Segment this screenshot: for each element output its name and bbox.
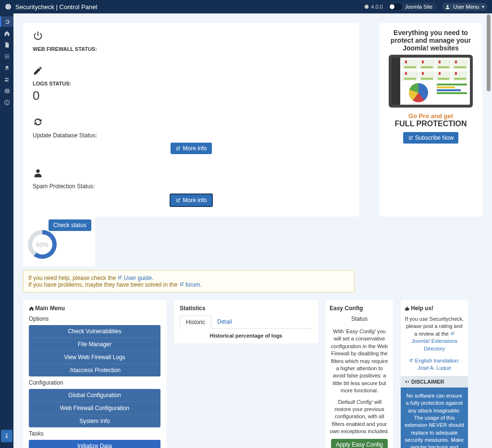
logs-value: 0 bbox=[33, 88, 350, 103]
svg-point-0 bbox=[447, 5, 449, 7]
external-link-icon bbox=[450, 331, 455, 336]
toggle-icon bbox=[389, 3, 402, 10]
external-link-icon bbox=[179, 282, 184, 287]
thumbs-up-icon bbox=[405, 306, 410, 311]
version-badge: 4.0.0 bbox=[364, 4, 382, 10]
disclaimer-header: DISCLAIMER bbox=[401, 376, 468, 387]
promo-go-pro: Go Pro and get bbox=[385, 112, 477, 120]
user-guide-link[interactable]: User guide. bbox=[117, 275, 153, 281]
external-link-icon bbox=[175, 146, 181, 151]
menu-system-info[interactable]: System Info bbox=[29, 415, 160, 427]
svg-point-3 bbox=[5, 77, 7, 79]
svg-point-4 bbox=[7, 78, 9, 79]
more-info-button-1[interactable]: More info bbox=[171, 143, 211, 154]
firewall-status-label: WEB FIREWALL STATUS: bbox=[33, 46, 350, 52]
promo-card: Everything you need to protect and manag… bbox=[379, 23, 482, 217]
stats-caption: Historical percentage of logs bbox=[180, 333, 312, 339]
spam-status-label: Spam Protection Status: bbox=[33, 183, 350, 190]
menu-file-manager[interactable]: File Manager bbox=[29, 338, 160, 351]
tasks-label: Tasks bbox=[29, 430, 160, 437]
apply-easy-config-button[interactable]: Apply Easy Config bbox=[331, 439, 388, 448]
sidebar-home[interactable] bbox=[0, 28, 13, 38]
tab-detail[interactable]: Detail bbox=[211, 315, 238, 328]
update-db-label: Update Database Status: bbox=[33, 132, 350, 139]
topbar: Securitycheck | Control Panel 4.0.0 Joom… bbox=[0, 0, 492, 13]
translator-link[interactable]: English translation: José A. Luque bbox=[409, 358, 459, 371]
site-toggle[interactable]: Joomla Site bbox=[388, 2, 437, 11]
donut-card: Check status 60% bbox=[23, 216, 95, 266]
scrollbar[interactable] bbox=[486, 13, 491, 448]
menu-check-vuln[interactable]: Check Vulnerabilities bbox=[29, 325, 160, 338]
tab-historic[interactable]: Historic bbox=[180, 315, 211, 329]
mainmenu-card: Main Menu Options Check Vulnerabilities … bbox=[23, 300, 166, 448]
pencil-icon bbox=[33, 65, 350, 79]
megaphone-icon bbox=[405, 379, 409, 384]
stats-tabs: Historic Detail bbox=[180, 315, 312, 329]
menu-htaccess[interactable]: .htaccess Protection bbox=[29, 364, 160, 376]
external-link-icon bbox=[117, 275, 122, 280]
menu-firewall-config[interactable]: Web Firewall Configuration bbox=[29, 402, 160, 415]
status-card: WEB FIREWALL STATUS: LOGS STATUS: 0 Upda… bbox=[23, 23, 359, 217]
more-info-button-2[interactable]: More info bbox=[170, 194, 212, 207]
home-icon bbox=[29, 306, 34, 311]
power-icon bbox=[33, 31, 350, 44]
refresh-icon bbox=[33, 117, 350, 130]
external-link-icon bbox=[409, 358, 413, 363]
external-link-icon bbox=[175, 198, 181, 203]
sidebar-system[interactable] bbox=[0, 85, 13, 96]
progress-donut: 60% bbox=[28, 230, 57, 259]
subscribe-button[interactable]: Subscribe Now bbox=[403, 132, 459, 144]
chevron-down-icon: ▾ bbox=[482, 4, 484, 9]
config-label: Configuration bbox=[29, 379, 160, 386]
page-title: Securitycheck | Control Panel bbox=[15, 3, 97, 11]
brand: Securitycheck | Control Panel bbox=[5, 3, 97, 11]
sidebar bbox=[0, 13, 13, 448]
stats-card: Statistics Historic Detail Historical pe… bbox=[174, 300, 318, 343]
user-icon bbox=[445, 4, 450, 10]
sidebar-menus[interactable] bbox=[0, 51, 13, 61]
svg-rect-7 bbox=[6, 101, 7, 101]
menu-global-config[interactable]: Global Configuration bbox=[29, 389, 160, 402]
easyconfig-card: Easy Config Status With 'Easy Config' yo… bbox=[326, 300, 393, 448]
user-menu[interactable]: User Menu ▾ bbox=[442, 3, 487, 11]
promo-image bbox=[389, 55, 473, 108]
svg-rect-2 bbox=[5, 21, 7, 22]
menu-view-logs[interactable]: View Web Firewall Logs bbox=[29, 351, 160, 364]
accessibility-icon bbox=[3, 433, 10, 439]
accessibility-toggle[interactable] bbox=[1, 430, 12, 442]
sidebar-toggle[interactable] bbox=[0, 16, 13, 27]
external-link-icon bbox=[408, 135, 413, 141]
promo-title: Everything you need to protect and manag… bbox=[385, 29, 477, 52]
check-status-button[interactable]: Check status bbox=[49, 219, 91, 231]
easyconfig-p2: 'Default Config' will restore your previ… bbox=[330, 399, 389, 436]
svg-rect-6 bbox=[6, 102, 7, 104]
svg-point-9 bbox=[6, 434, 7, 435]
sidebar-users[interactable] bbox=[0, 74, 13, 85]
svg-point-8 bbox=[36, 170, 39, 173]
disclaimer-body: No software can ensure a fully protectio… bbox=[401, 387, 468, 448]
helpus-p2: English translation: José A. Luque bbox=[405, 357, 464, 372]
helpus-p1: If you use Securitycheck, please post a … bbox=[405, 315, 464, 352]
user-icon bbox=[33, 168, 350, 181]
menu-init-data[interactable]: Initialize Data bbox=[29, 440, 160, 448]
promo-full-protection: FULL PROTECTION bbox=[385, 120, 477, 128]
joomla-icon bbox=[5, 3, 12, 10]
easyconfig-status: Status bbox=[330, 315, 389, 322]
logs-status-label: LOGS STATUS: bbox=[33, 81, 350, 86]
joomla-icon bbox=[364, 4, 369, 9]
forum-link[interactable]: forum. bbox=[179, 281, 202, 288]
sidebar-components[interactable] bbox=[0, 62, 13, 73]
helpus-card: Help us! If you use Securitycheck, pleas… bbox=[401, 300, 468, 448]
donut-percent: 60% bbox=[32, 234, 52, 254]
sidebar-content[interactable] bbox=[0, 39, 13, 50]
sidebar-help[interactable] bbox=[0, 97, 13, 108]
easyconfig-p1: With 'Easy Config' you will set a conser… bbox=[330, 328, 389, 395]
options-label: Options bbox=[29, 315, 160, 322]
help-banner: If you need help, please check the User … bbox=[23, 270, 355, 292]
